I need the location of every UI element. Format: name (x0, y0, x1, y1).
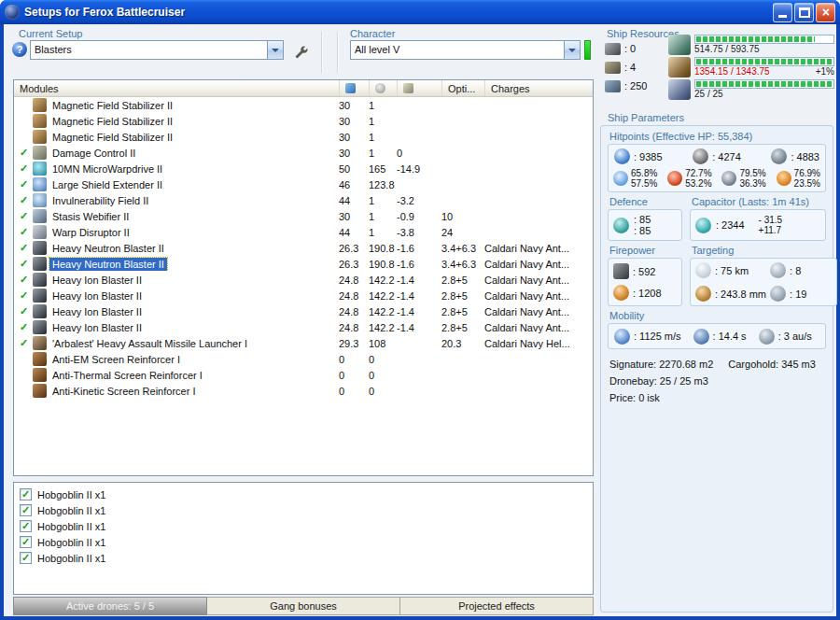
powergrid-column-header[interactable] (369, 80, 397, 96)
drone-checkbox[interactable]: ✓ (20, 488, 32, 500)
drone-checkbox[interactable]: ✓ (20, 504, 32, 516)
drone-row[interactable]: ✓ Hobgoblin II x1 (20, 502, 593, 518)
module-row[interactable]: ✓ Anti-Thermal Screen Reinforcer I 0 0 (14, 367, 593, 383)
setup-combobox[interactable]: Blasters (30, 40, 284, 60)
module-row[interactable]: ✓ Damage Control II 30 1 0 (14, 145, 593, 161)
resource-bar-value: 514.75 / 593.75 (694, 44, 760, 55)
module-cpu-value: 50 (339, 163, 369, 175)
title-bar[interactable]: Setups for Ferox Battlecruiser × (0, 0, 840, 24)
module-row[interactable]: ✓ Heavy Ion Blaster II 24.8 142.2 -1.4 2… (14, 272, 593, 288)
module-cap-value: -0.9 (397, 211, 441, 222)
module-powergrid-value: 1 (369, 227, 397, 238)
module-cap-value: -1.4 (397, 306, 441, 317)
module-name: 'Arbalest' Heavy Assault Missile Launche… (49, 337, 250, 350)
capacitor-drain-value: - 31.5 (759, 215, 783, 225)
module-row[interactable]: ✓ Heavy Neutron Blaster II 26.3 190.8 -1… (14, 256, 593, 272)
active-check-icon: ✓ (18, 210, 30, 222)
module-row[interactable]: ✓ Heavy Ion Blaster II 24.8 142.2 -1.4 2… (14, 303, 593, 319)
setup-tools-button[interactable] (289, 41, 312, 61)
hull-hp-stat: : 4883 (771, 148, 819, 164)
module-name-cell: ✓ Heavy Neutron Blaster II (14, 241, 339, 255)
module-row[interactable]: ✓ Heavy Neutron Blaster II 26.3 190.8 -1… (14, 240, 593, 256)
resource-bar-group: 514.75 / 593.75 (694, 35, 834, 55)
module-cpu-value: 24.8 (339, 290, 369, 302)
drone-checkbox[interactable]: ✓ (20, 520, 32, 532)
resource-bar-row: 1354.15 / 1343.75 +1% (668, 57, 834, 78)
dps-value: : 1208 (633, 288, 662, 299)
module-name: Magnetic Field Stabilizer II (49, 115, 175, 128)
module-name: Warp Disruptor II (49, 226, 133, 239)
drone-row[interactable]: ✓ Hobgoblin II x1 (20, 550, 593, 566)
resource-bar-text-row: 25 / 25 (694, 89, 834, 100)
shield-resist-value: 72.7% (685, 168, 711, 178)
module-row[interactable]: ✓ Anti-EM Screen Reinforcer I 0 0 (14, 351, 593, 367)
module-optimal-value: 2.8+5 (441, 306, 484, 317)
drone-row[interactable]: ✓ Hobgoblin II x1 (20, 518, 593, 534)
resistance-group: 65.8% 57.5% (613, 168, 657, 189)
resistance-group: 79.5% 36.3% (721, 168, 765, 189)
module-row[interactable]: ✓ Heavy Ion Blaster II 24.8 142.2 -1.4 2… (14, 319, 593, 335)
active-check-icon: ✓ (18, 147, 30, 159)
resource-bar-value: 25 / 25 (694, 89, 723, 100)
close-button[interactable]: × (816, 3, 835, 22)
module-row[interactable]: ✓ Magnetic Field Stabilizer II 30 1 (14, 113, 593, 129)
sensor-strength-value: : 19 (790, 289, 806, 300)
hitpoints-label: Hitpoints (Effective HP: 55,384) (608, 130, 826, 144)
drone-checkbox[interactable]: ✓ (20, 536, 32, 548)
resource-bar-extra: +1% (816, 66, 834, 78)
bottom-tabs: Active drones: 5 / 5 Gang bonuses Projec… (13, 597, 594, 615)
module-optimal-value: 2.8+5 (441, 322, 484, 333)
resource-count-value: : 0 (624, 43, 636, 54)
maximize-button[interactable] (794, 3, 814, 22)
targeting-box: : 75 km : 8 : 243.8 mm : 19 (690, 258, 837, 306)
module-icon (33, 257, 47, 271)
module-row[interactable]: ✓ Magnetic Field Stabilizer II 30 1 (14, 129, 593, 145)
checkbox-check-icon: ✓ (21, 505, 30, 515)
module-name: Heavy Ion Blaster II (49, 274, 145, 287)
module-row[interactable]: ✓ Magnetic Field Stabilizer II 30 1 (14, 97, 593, 113)
module-row[interactable]: ✓ Anti-Kinetic Screen Reinforcer I 0 0 (14, 383, 593, 399)
module-row[interactable]: ✓ 10MN MicroWarpdrive II 50 165 -14.9 (14, 161, 593, 176)
module-icon (33, 225, 47, 239)
firepower-box: : 592 : 1208 (608, 258, 682, 306)
module-powergrid-value: 1 (369, 132, 397, 143)
minimize-button[interactable] (773, 3, 792, 22)
tab-projected-effects[interactable]: Projected effects (400, 597, 594, 615)
module-row[interactable]: ✓ 'Arbalest' Heavy Assault Missile Launc… (14, 335, 593, 351)
module-row[interactable]: ✓ Invulnerability Field II 44 1 -3.2 (14, 192, 593, 208)
modules-list: ✓ Magnetic Field Stabilizer II 30 1 ✓ (14, 97, 593, 399)
drone-row[interactable]: ✓ Hobgoblin II x1 (20, 486, 593, 502)
charges-column-header[interactable]: Charges (484, 80, 593, 96)
resist-icon (721, 171, 736, 186)
character-combo-dropdown-button[interactable] (564, 41, 580, 59)
module-row[interactable]: ✓ Warp Disruptor II 44 1 -3.8 24 (14, 224, 593, 240)
tab-active-drones[interactable]: Active drones: 5 / 5 (13, 597, 207, 615)
defence-value-1: : 85 (634, 214, 651, 225)
module-optimal-value: 24 (441, 227, 484, 238)
capacitor-flux-values: - 31.5 +11.7 (759, 215, 783, 235)
drone-row[interactable]: ✓ Hobgoblin II x1 (20, 534, 593, 550)
ship-parameters-panel: Ship Parameters Hitpoints (Effective HP:… (600, 111, 833, 613)
cpu-column-header[interactable] (339, 80, 369, 96)
module-name: 10MN MicroWarpdrive II (49, 162, 165, 176)
targeting-range-stat: : 75 km (695, 262, 766, 278)
tab-gang-bonuses[interactable]: Gang bonuses (207, 597, 400, 615)
module-icon (33, 146, 47, 160)
checkbox-check-icon: ✓ (21, 553, 30, 563)
character-combobox[interactable]: All level V (350, 40, 581, 60)
capacitor-section: Capacitor (Lasts: 1m 41s) : 2344 - 31.5 … (690, 195, 826, 241)
module-row[interactable]: ✓ Heavy Ion Blaster II 24.8 142.2 -1.4 2… (14, 288, 593, 303)
module-name: Damage Control II (49, 147, 138, 160)
drone-checkbox[interactable]: ✓ (20, 552, 32, 564)
capacitor-column-header[interactable] (397, 80, 441, 96)
module-row[interactable]: ✓ Large Shield Extender II 46 123.8 (14, 176, 593, 192)
setup-combo-dropdown-button[interactable] (267, 41, 283, 59)
help-icon[interactable]: ? (12, 42, 27, 57)
character-skill-indicator (584, 40, 591, 60)
module-name-cell: ✓ Large Shield Extender II (14, 177, 339, 191)
module-name: Invulnerability Field II (49, 194, 151, 207)
volley-value: : 592 (633, 266, 655, 277)
module-row[interactable]: ✓ Stasis Webifier II 30 1 -0.9 10 (14, 208, 593, 224)
optimal-column-header[interactable]: Opti... (441, 80, 484, 96)
modules-column-header[interactable]: Modules (14, 80, 339, 96)
